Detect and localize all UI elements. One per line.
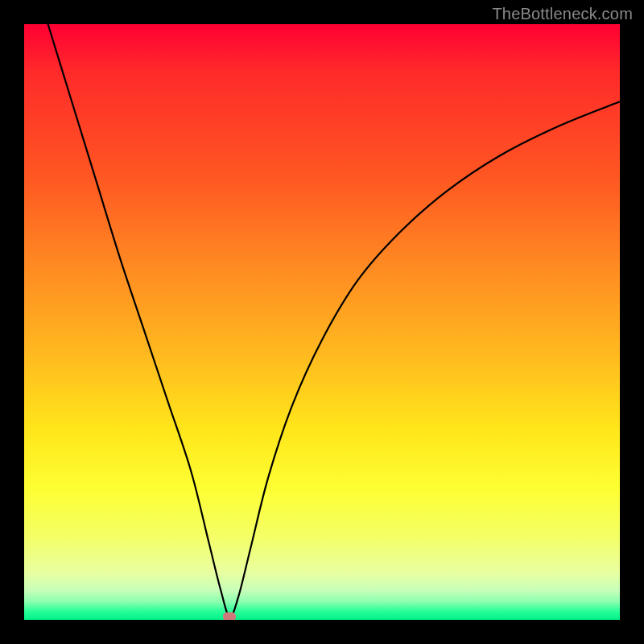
bottleneck-curve (24, 24, 620, 620)
chart-frame: TheBottleneck.com (0, 0, 644, 644)
plot-area (24, 24, 620, 620)
watermark-text: TheBottleneck.com (492, 5, 633, 23)
minimum-marker (223, 613, 236, 620)
